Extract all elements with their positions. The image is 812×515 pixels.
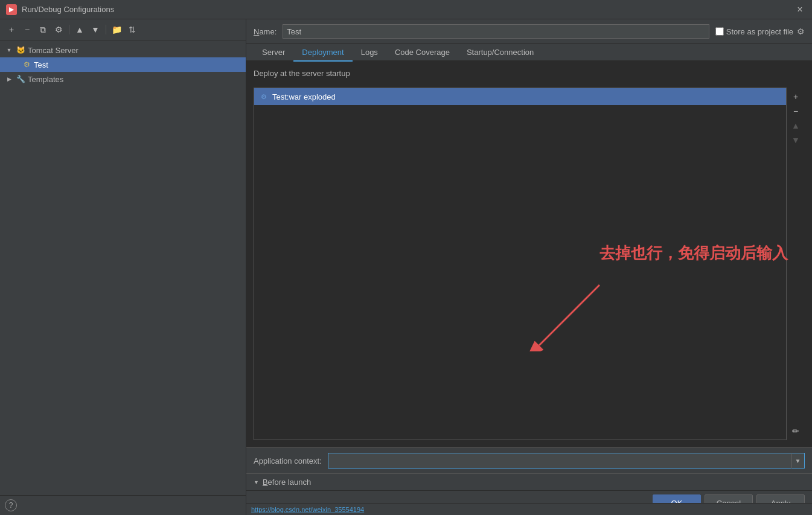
sort-button[interactable]: ⇅ — [126, 23, 139, 36]
tab-code-coverage[interactable]: Code Coverage — [386, 44, 458, 62]
name-input[interactable] — [283, 24, 709, 39]
remove-configuration-button[interactable]: − — [21, 23, 34, 36]
tomcat-icon: 🐱 — [16, 45, 25, 55]
right-panel: Name: Store as project file ⚙ Server Dep… — [246, 19, 812, 515]
wrench-icon: 🔧 — [16, 74, 25, 84]
title-bar: ▶ Run/Debug Configurations × — [0, 0, 812, 19]
move-down-button[interactable]: ▼ — [89, 23, 102, 36]
deploy-row: ⚙ Test:war exploded + − ▲ ▼ ✏ — [254, 88, 805, 440]
app-context-input-wrapper: ▼ — [328, 453, 805, 469]
close-button[interactable]: × — [794, 4, 806, 16]
deploy-item-0[interactable]: ⚙ Test:war exploded — [254, 88, 786, 105]
help-button[interactable]: ? — [5, 499, 17, 511]
templates-label: Templates — [28, 75, 63, 84]
before-launch-expand-icon: ▼ — [254, 479, 259, 485]
app-context-row: Application context: ▼ — [246, 447, 812, 473]
url-bar: https://blog.csdn.net/weixin_35554194 — [246, 503, 812, 515]
move-up-deploy-button[interactable]: ▲ — [789, 119, 802, 132]
toolbar: + − ⧉ ⚙ ▲ ▼ 📁 ⇅ — [0, 19, 246, 40]
store-as-project-label: Store as project file — [726, 27, 793, 36]
app-context-label: Application context: — [254, 456, 322, 465]
test-config-icon: ⚙ — [22, 60, 31, 69]
main-layout: + − ⧉ ⚙ ▲ ▼ 📁 ⇅ ▼ 🐱 Tomcat Server ⚙ Test — [0, 19, 812, 515]
left-panel: + − ⧉ ⚙ ▲ ▼ 📁 ⇅ ▼ 🐱 Tomcat Server ⚙ Test — [0, 19, 246, 515]
deploy-item-label: Test:war exploded — [272, 92, 336, 101]
app-context-input[interactable] — [328, 453, 791, 468]
content-wrapper: Deploy at the server startup ⚙ Test:war … — [246, 62, 812, 515]
content-area: Deploy at the server startup ⚙ Test:war … — [246, 62, 812, 447]
before-launch-label: Before launch — [263, 478, 311, 487]
url-text: https://blog.csdn.net/weixin_35554194 — [251, 506, 364, 513]
edit-deploy-button[interactable]: ✏ — [789, 424, 802, 438]
tree-item-test[interactable]: ⚙ Test — [0, 57, 246, 72]
toolbar-divider — [69, 25, 69, 34]
tab-server[interactable]: Server — [254, 44, 293, 62]
store-as-project-row: Store as project file ⚙ — [715, 27, 805, 36]
move-up-button[interactable]: ▲ — [73, 23, 86, 36]
deploy-side-buttons: + − ▲ ▼ ✏ — [787, 88, 805, 440]
templates-expand-icon: ▶ — [5, 75, 13, 83]
remove-deploy-button[interactable]: − — [789, 104, 802, 118]
configuration-tree: ▼ 🐱 Tomcat Server ⚙ Test ▶ 🔧 Templates — [0, 40, 246, 495]
name-label: Name: — [254, 27, 277, 36]
before-launch-bar[interactable]: ▼ Before launch — [246, 473, 812, 490]
tomcat-server-label: Tomcat Server — [28, 46, 78, 55]
deploy-section-title: Deploy at the server startup — [254, 69, 805, 78]
app-context-dropdown-button[interactable]: ▼ — [791, 453, 804, 469]
tab-startup-connection[interactable]: Startup/Connection — [458, 44, 542, 62]
settings-button[interactable]: ⚙ — [52, 23, 65, 36]
add-deploy-button[interactable]: + — [789, 90, 802, 103]
test-label: Test — [34, 60, 48, 69]
window-title: Run/Debug Configurations — [22, 5, 114, 14]
add-configuration-button[interactable]: + — [5, 23, 18, 36]
move-down-deploy-button[interactable]: ▼ — [789, 133, 802, 147]
left-bottom: ? — [0, 495, 246, 515]
toolbar-divider-2 — [106, 25, 106, 34]
tab-deployment[interactable]: Deployment — [293, 44, 352, 62]
app-icon: ▶ — [6, 4, 17, 15]
tabs-bar: Server Deployment Logs Code Coverage Sta… — [246, 44, 812, 62]
store-as-project-checkbox[interactable] — [715, 27, 724, 36]
copy-configuration-button[interactable]: ⧉ — [36, 23, 50, 36]
project-file-gear-icon: ⚙ — [797, 27, 805, 36]
deploy-list: ⚙ Test:war exploded — [254, 88, 787, 440]
name-row: Name: Store as project file ⚙ — [246, 19, 812, 44]
tree-item-templates[interactable]: ▶ 🔧 Templates — [0, 72, 246, 86]
folder-button[interactable]: 📁 — [110, 23, 123, 36]
deploy-item-icon: ⚙ — [259, 92, 269, 101]
tree-item-tomcat-server[interactable]: ▼ 🐱 Tomcat Server — [0, 43, 246, 57]
expand-icon: ▼ — [5, 46, 13, 54]
tab-logs[interactable]: Logs — [353, 44, 386, 62]
